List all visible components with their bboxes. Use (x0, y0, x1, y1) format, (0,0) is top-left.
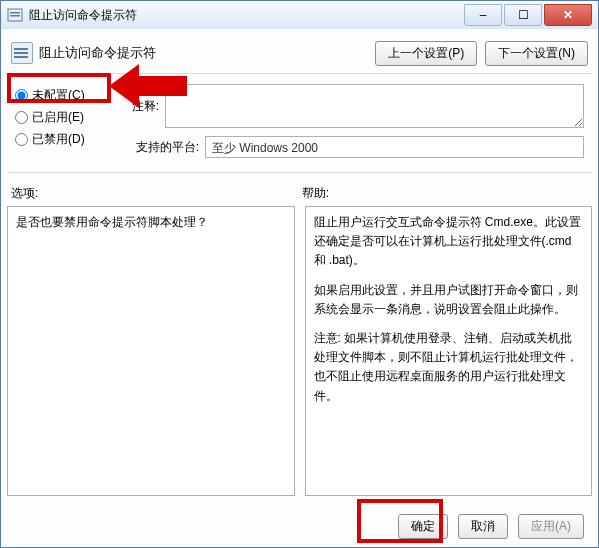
policy-app-icon (7, 7, 23, 23)
apply-label: 应用(A) (531, 518, 571, 535)
help-paragraph: 如果启用此设置，并且用户试图打开命令窗口，则系统会显示一条消息，说明设置会阻止此… (314, 281, 584, 319)
comment-row: 注释: (119, 84, 584, 128)
svg-rect-1 (10, 12, 20, 14)
comment-label: 注释: (119, 98, 165, 115)
options-heading: 选项: (7, 185, 298, 202)
help-heading: 帮助: (298, 185, 589, 202)
platform-label: 支持的平台: (119, 139, 205, 156)
radio-disabled-input[interactable] (15, 133, 28, 146)
dialog-window: 阻止访问命令提示符 – ☐ ✕ 阻止访问命令提示符 上一个设置(P) 下一个设置… (0, 0, 599, 548)
minimize-button[interactable]: – (464, 4, 502, 26)
section-labels: 选项: 帮助: (7, 185, 592, 202)
ok-label: 确定 (411, 518, 435, 535)
window-title: 阻止访问命令提示符 (29, 7, 137, 24)
divider-2 (7, 172, 592, 173)
platform-row: 支持的平台: 至少 Windows 2000 (119, 136, 584, 158)
radio-enabled-label: 已启用(E) (32, 109, 84, 126)
header-row: 阻止访问命令提示符 上一个设置(P) 下一个设置(N) (7, 35, 592, 71)
prev-setting-label: 上一个设置(P) (388, 45, 464, 62)
options-panel: 是否也要禁用命令提示符脚本处理？ (7, 206, 295, 496)
radio-disabled[interactable]: 已禁用(D) (15, 128, 115, 150)
titlebar-buttons: – ☐ ✕ (464, 4, 598, 26)
panels: 是否也要禁用命令提示符脚本处理？ 阻止用户运行交互式命令提示符 Cmd.exe。… (7, 206, 592, 496)
config-area: 未配置(C) 已启用(E) 已禁用(D) 注释: 支持的平台: (7, 80, 592, 170)
comment-input[interactable] (165, 84, 584, 128)
close-button[interactable]: ✕ (544, 4, 592, 26)
radio-not-configured-label: 未配置(C) (32, 87, 85, 104)
cancel-button[interactable]: 取消 (458, 514, 508, 539)
apply-button[interactable]: 应用(A) (518, 514, 584, 539)
options-text: 是否也要禁用命令提示符脚本处理？ (16, 215, 208, 229)
page-title: 阻止访问命令提示符 (39, 44, 156, 62)
cancel-label: 取消 (471, 518, 495, 535)
ok-button[interactable]: 确定 (398, 514, 448, 539)
radio-not-configured[interactable]: 未配置(C) (15, 84, 115, 106)
radio-enabled-input[interactable] (15, 111, 28, 124)
help-paragraph: 注意: 如果计算机使用登录、注销、启动或关机批处理文件脚本，则不阻止计算机运行批… (314, 329, 584, 406)
client-area: 阻止访问命令提示符 上一个设置(P) 下一个设置(N) 未配置(C) 已启用(E… (1, 29, 598, 547)
divider (7, 73, 592, 74)
footer-buttons: 确定 取消 应用(A) (398, 514, 584, 539)
svg-rect-2 (10, 15, 20, 17)
help-panel: 阻止用户运行交互式命令提示符 Cmd.exe。此设置还确定是否可以在计算机上运行… (305, 206, 593, 496)
config-right: 注释: 支持的平台: 至少 Windows 2000 (119, 80, 592, 170)
radio-group: 未配置(C) 已启用(E) 已禁用(D) (7, 80, 119, 170)
policy-icon (11, 42, 33, 64)
platform-value: 至少 Windows 2000 (205, 136, 584, 158)
radio-enabled[interactable]: 已启用(E) (15, 106, 115, 128)
next-setting-label: 下一个设置(N) (498, 45, 575, 62)
radio-not-configured-input[interactable] (15, 89, 28, 102)
titlebar: 阻止访问命令提示符 – ☐ ✕ (1, 1, 598, 30)
titlebar-left: 阻止访问命令提示符 (1, 7, 137, 24)
next-setting-button[interactable]: 下一个设置(N) (485, 41, 588, 66)
header-left: 阻止访问命令提示符 (7, 42, 156, 64)
help-paragraph: 阻止用户运行交互式命令提示符 Cmd.exe。此设置还确定是否可以在计算机上运行… (314, 213, 584, 271)
header-buttons: 上一个设置(P) 下一个设置(N) (375, 41, 592, 66)
radio-disabled-label: 已禁用(D) (32, 131, 85, 148)
maximize-button[interactable]: ☐ (504, 4, 542, 26)
prev-setting-button[interactable]: 上一个设置(P) (375, 41, 477, 66)
